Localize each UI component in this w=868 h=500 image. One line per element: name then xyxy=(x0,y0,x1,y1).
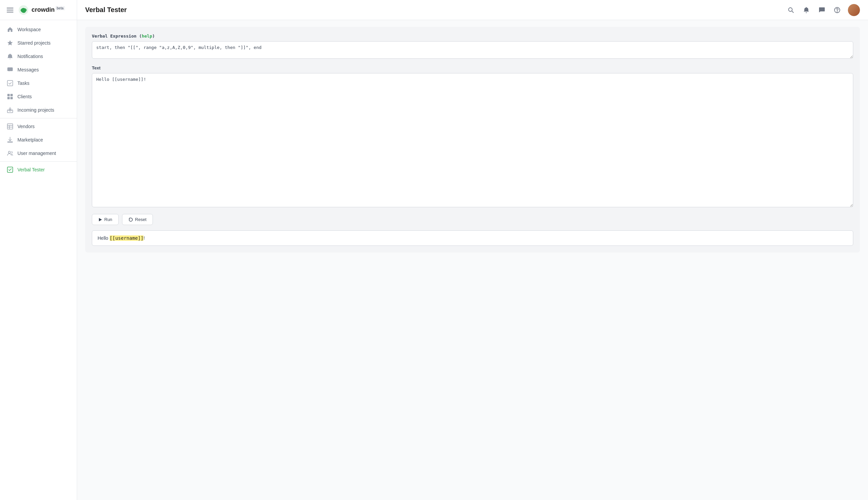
text-input[interactable]: Hello [[username]]! xyxy=(92,73,853,207)
sidebar-item-label-vendors: Vendors xyxy=(18,124,35,129)
sidebar-item-incoming[interactable]: Incoming projects xyxy=(0,103,77,117)
star-icon xyxy=(7,39,13,46)
svg-rect-8 xyxy=(7,97,10,99)
search-icon[interactable] xyxy=(786,5,796,15)
sidebar-item-messages[interactable]: Messages xyxy=(0,63,77,77)
svg-point-18 xyxy=(788,8,792,11)
message-icon xyxy=(7,66,13,73)
svg-rect-10 xyxy=(7,110,13,113)
nav-divider-1 xyxy=(0,118,77,118)
sidebar-item-notifications[interactable]: Notifications xyxy=(0,50,77,63)
svg-rect-0 xyxy=(7,8,13,8)
bell-icon xyxy=(7,53,13,60)
svg-rect-11 xyxy=(7,124,13,129)
sidebar-item-label-marketplace: Marketplace xyxy=(18,137,43,143)
users-icon xyxy=(7,150,13,157)
sidebar-item-label-messages: Messages xyxy=(18,67,39,72)
sidebar-item-label-clients: Clients xyxy=(18,94,32,99)
sidebar-item-vendors[interactable]: Vendors xyxy=(0,120,77,133)
sidebar-item-label-workspace: Workspace xyxy=(18,27,41,32)
svg-rect-1 xyxy=(7,10,13,10)
content-area: Verbal Expression (help) start, then "[[… xyxy=(77,20,868,500)
run-icon xyxy=(98,218,102,221)
page-title: Verbal Tester xyxy=(85,6,127,14)
sidebar-item-user-management[interactable]: User management xyxy=(0,147,77,160)
expression-input[interactable]: start, then "[[", range "a,z,A,Z,0,9", m… xyxy=(92,41,853,59)
sidebar-item-label-tasks: Tasks xyxy=(18,80,30,86)
help-icon[interactable] xyxy=(832,5,842,15)
sidebar-item-label-starred: Starred projects xyxy=(18,40,51,46)
svg-rect-15 xyxy=(7,141,13,143)
reset-icon xyxy=(128,217,133,222)
check-icon xyxy=(7,80,13,87)
home-icon xyxy=(7,26,13,33)
sidebar-item-verbal-tester[interactable]: Verbal Tester xyxy=(0,163,77,177)
sidebar-item-marketplace[interactable]: Marketplace xyxy=(0,133,77,147)
svg-line-19 xyxy=(792,11,794,13)
grid-icon xyxy=(7,93,13,100)
sidebar-item-tasks[interactable]: Tasks xyxy=(0,77,77,90)
sidebar-logo: crowdinbeta xyxy=(18,5,65,15)
reset-button[interactable]: Reset xyxy=(122,214,153,225)
table-icon xyxy=(7,123,13,130)
chat-icon[interactable] xyxy=(817,5,826,15)
sidebar-item-starred[interactable]: Starred projects xyxy=(0,36,77,50)
sidebar-header: crowdinbeta xyxy=(0,0,77,20)
main-card: Verbal Expression (help) start, then "[[… xyxy=(85,27,860,252)
topbar: Verbal Tester xyxy=(77,0,868,20)
sidebar-item-label-notifications: Notifications xyxy=(18,54,43,59)
svg-rect-2 xyxy=(7,12,13,12)
logo-text: crowdinbeta xyxy=(32,7,65,13)
svg-marker-22 xyxy=(99,218,102,221)
sidebar-item-label-user-management: User management xyxy=(18,150,56,156)
download-icon xyxy=(7,136,13,143)
svg-rect-7 xyxy=(10,94,13,96)
avatar-image xyxy=(848,4,860,16)
sidebar: crowdinbeta Workspace Starred projects xyxy=(0,0,77,500)
svg-rect-5 xyxy=(7,80,13,86)
svg-rect-9 xyxy=(10,97,13,99)
help-link[interactable]: help xyxy=(142,34,152,38)
button-row: Run Reset xyxy=(92,214,853,225)
text-section-label: Text xyxy=(92,65,853,70)
sidebar-item-label-verbal-tester: Verbal Tester xyxy=(18,167,45,172)
avatar[interactable] xyxy=(848,4,860,16)
result-prefix: Hello xyxy=(97,236,109,241)
svg-rect-6 xyxy=(7,94,10,96)
verbal-expression-label: Verbal Expression (help) xyxy=(92,34,853,38)
result-suffix: ! xyxy=(143,236,145,241)
svg-point-16 xyxy=(8,151,10,153)
topbar-actions xyxy=(786,4,860,16)
sidebar-item-workspace[interactable]: Workspace xyxy=(0,23,77,36)
sidebar-item-label-incoming: Incoming projects xyxy=(18,107,54,113)
result-highlight: [[username]] xyxy=(109,236,143,241)
nav-divider-2 xyxy=(0,161,77,162)
sidebar-item-clients[interactable]: Clients xyxy=(0,90,77,103)
main-wrapper: Verbal Tester xyxy=(77,0,868,500)
run-button[interactable]: Run xyxy=(92,214,119,225)
sidebar-navigation: Workspace Starred projects Notifications xyxy=(0,20,77,500)
inbox-icon xyxy=(7,107,13,113)
result-box: Hello [[username]]! xyxy=(92,230,853,246)
hamburger-button[interactable] xyxy=(5,5,15,15)
verbal-icon xyxy=(7,166,13,173)
svg-point-21 xyxy=(837,11,837,12)
notification-bell-icon[interactable] xyxy=(802,5,811,15)
